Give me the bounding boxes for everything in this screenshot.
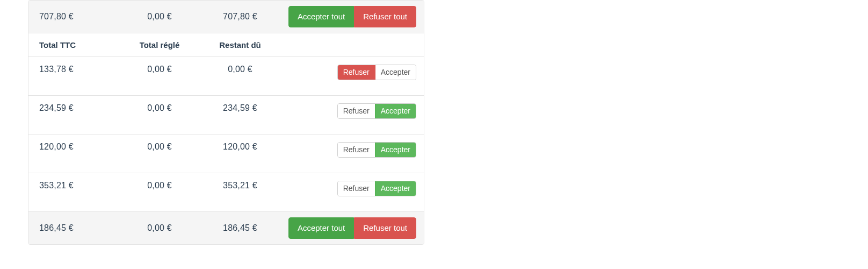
table-row: 234,59 € 0,00 € 234,59 € Refuser Accepte… xyxy=(28,95,424,134)
cell-total-regle: 0,00 € xyxy=(119,103,200,113)
refuse-all-button[interactable]: Refuser tout xyxy=(354,6,416,27)
cell-total-regle: 0,00 € xyxy=(119,181,200,190)
summary-restant-du: 707,80 € xyxy=(200,12,280,22)
accept-button[interactable]: Accepter xyxy=(375,181,416,196)
bulk-actions-top: Accepter tout Refuser tout xyxy=(288,6,416,27)
refuse-button[interactable]: Refuser xyxy=(338,65,375,80)
cell-total-regle: 0,00 € xyxy=(119,65,200,74)
refuse-button[interactable]: Refuser xyxy=(338,104,375,118)
header-total-ttc: Total TTC xyxy=(36,40,119,49)
summary-row-top: 707,80 € 0,00 € 707,80 € Accepter tout R… xyxy=(28,1,424,33)
accept-button[interactable]: Accepter xyxy=(375,143,416,157)
cell-restant-du: 0,00 € xyxy=(200,65,280,74)
table-row: 353,21 € 0,00 € 353,21 € Refuser Accepte… xyxy=(28,173,424,211)
refuse-all-button[interactable]: Refuser tout xyxy=(354,217,416,239)
summary-total-regle: 0,00 € xyxy=(119,12,200,22)
bulk-actions-bottom: Accepter tout Refuser tout xyxy=(288,217,416,239)
header-restant-du: Restant dû xyxy=(200,40,280,49)
refuse-button[interactable]: Refuser xyxy=(338,181,375,196)
summary-total-ttc: 707,80 € xyxy=(36,12,119,22)
row-actions: Refuser Accepter xyxy=(337,181,416,196)
row-actions: Refuser Accepter xyxy=(337,142,416,158)
cell-total-ttc: 234,59 € xyxy=(36,103,119,113)
summary-total-ttc: 186,45 € xyxy=(36,223,119,233)
cell-total-ttc: 120,00 € xyxy=(36,142,119,152)
cell-total-ttc: 353,21 € xyxy=(36,181,119,190)
table-header: Total TTC Total réglé Restant dû xyxy=(28,33,424,56)
summary-row-bottom: 186,45 € 0,00 € 186,45 € Accepter tout R… xyxy=(28,211,424,244)
refuse-button[interactable]: Refuser xyxy=(338,143,375,157)
summary-restant-du: 186,45 € xyxy=(200,223,280,233)
accept-all-button[interactable]: Accepter tout xyxy=(288,6,354,27)
accept-all-button[interactable]: Accepter tout xyxy=(288,217,354,239)
cell-restant-du: 353,21 € xyxy=(200,181,280,190)
accept-button[interactable]: Accepter xyxy=(375,104,416,118)
table-row: 120,00 € 0,00 € 120,00 € Refuser Accepte… xyxy=(28,134,424,173)
cell-total-ttc: 133,78 € xyxy=(36,65,119,74)
row-actions: Refuser Accepter xyxy=(337,65,416,80)
payment-table: 707,80 € 0,00 € 707,80 € Accepter tout R… xyxy=(28,0,424,245)
cell-total-regle: 0,00 € xyxy=(119,142,200,152)
cell-restant-du: 234,59 € xyxy=(200,103,280,113)
header-total-regle: Total réglé xyxy=(119,40,200,49)
cell-restant-du: 120,00 € xyxy=(200,142,280,152)
table-row: 133,78 € 0,00 € 0,00 € Refuser Accepter xyxy=(28,56,424,95)
row-actions: Refuser Accepter xyxy=(337,103,416,119)
accept-button[interactable]: Accepter xyxy=(375,65,416,80)
summary-total-regle: 0,00 € xyxy=(119,223,200,233)
